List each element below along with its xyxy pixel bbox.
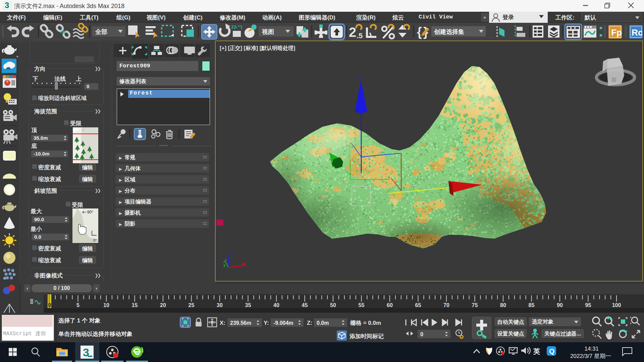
svg-text:85: 85 bbox=[529, 302, 535, 308]
svg-text:Q: Q bbox=[549, 347, 554, 355]
svg-text:Fp: Fp bbox=[611, 27, 622, 38]
svg-text:50: 50 bbox=[330, 302, 336, 308]
svg-text:栅格 = 0.0m: 栅格 = 0.0m bbox=[350, 320, 381, 326]
svg-text:前: 前 bbox=[611, 77, 616, 82]
svg-text:35: 35 bbox=[245, 302, 251, 308]
svg-text:75: 75 bbox=[472, 302, 478, 308]
svg-text:25: 25 bbox=[189, 302, 195, 308]
svg-text:添加时间标记: 添加时间标记 bbox=[349, 333, 384, 340]
svg-text:30: 30 bbox=[217, 302, 223, 308]
svg-text:英: 英 bbox=[533, 348, 540, 355]
svg-text:0°: 0° bbox=[93, 238, 97, 242]
svg-text:90°: 90° bbox=[87, 210, 93, 215]
svg-text:视图: 视图 bbox=[262, 28, 274, 35]
svg-text:全部: 全部 bbox=[95, 28, 107, 35]
svg-text:55: 55 bbox=[359, 302, 365, 308]
svg-text:Y:: Y: bbox=[264, 320, 269, 326]
svg-text:2022/3/7 星期一: 2022/3/7 星期一 bbox=[570, 353, 611, 359]
svg-text:90: 90 bbox=[557, 302, 563, 308]
svg-text:15: 15 bbox=[132, 302, 138, 308]
svg-text:-9.004m: -9.004m bbox=[273, 320, 293, 326]
svg-text:40: 40 bbox=[273, 302, 279, 308]
svg-text:Z: Z bbox=[359, 75, 362, 81]
svg-text:10: 10 bbox=[103, 302, 109, 308]
svg-text:0: 0 bbox=[48, 302, 51, 308]
svg-text:Rc: Rc bbox=[632, 27, 643, 38]
svg-text:5: 5 bbox=[76, 302, 79, 308]
svg-text:0.0m: 0.0m bbox=[317, 320, 329, 326]
svg-text:100: 100 bbox=[612, 302, 621, 308]
svg-text:Z:: Z: bbox=[307, 320, 312, 326]
svg-text:创建选择集: 创建选择集 bbox=[434, 28, 464, 35]
svg-text:.5: .5 bbox=[357, 32, 363, 40]
svg-text:0: 0 bbox=[420, 331, 423, 337]
svg-text:70: 70 bbox=[443, 302, 449, 308]
svg-text:60: 60 bbox=[387, 302, 393, 308]
svg-text:45: 45 bbox=[302, 302, 308, 308]
svg-text:y: y bbox=[223, 263, 226, 267]
svg-text:95: 95 bbox=[585, 302, 591, 308]
svg-text:65: 65 bbox=[415, 302, 421, 308]
svg-text:z: z bbox=[229, 252, 231, 257]
svg-text:X:: X: bbox=[220, 320, 225, 326]
svg-text:80: 80 bbox=[500, 302, 506, 308]
svg-text:20: 20 bbox=[160, 302, 166, 308]
svg-text:239.56m: 239.56m bbox=[230, 320, 251, 326]
svg-text:14:31: 14:31 bbox=[584, 346, 599, 352]
svg-text:2: 2 bbox=[349, 25, 356, 40]
svg-text:{: { bbox=[417, 25, 422, 39]
